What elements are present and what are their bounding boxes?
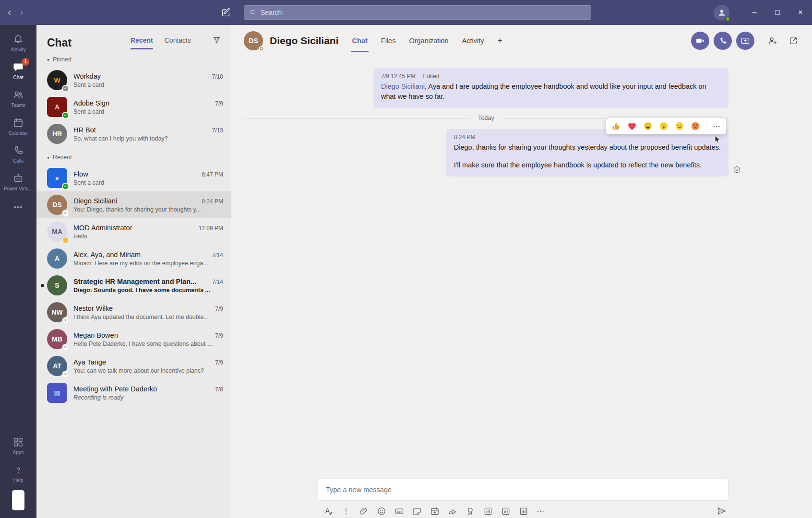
message-input[interactable] [326, 486, 720, 494]
forward-button-compose[interactable] [448, 506, 457, 516]
praise-button[interactable] [466, 506, 475, 516]
close-button[interactable]: × [789, 0, 812, 25]
chat-list-item[interactable]: » ✓ Flow 8:47 PM Sent a card [36, 165, 231, 191]
message-bubble[interactable]: 8:24 PM Diego, thanks for sharing your t… [446, 129, 728, 177]
reaction-laughing[interactable] [643, 121, 653, 131]
status-badge: × [62, 317, 69, 324]
message-bubble[interactable]: 7/9 12:45 PM Edited Diego Siciliani, Aya… [373, 68, 728, 108]
chat-list-item[interactable]: DS × Diego Siciliani 8:24 PM You: Diego,… [36, 191, 231, 218]
chat-list-item[interactable]: MB × Megan Bowen 7/9 Hello Pete Daderko,… [36, 326, 231, 353]
forward-button[interactable]: › [20, 7, 23, 18]
tab-recent[interactable]: Recent [131, 36, 153, 49]
rail-item-chat[interactable]: 1 Chat [0, 57, 36, 84]
tab-organization[interactable]: Organization [409, 25, 448, 57]
panel-title: Chat [47, 36, 72, 49]
add-tab-button[interactable]: + [498, 25, 503, 57]
reaction-angry[interactable] [690, 121, 701, 131]
rail-item-calls[interactable]: Calls [0, 140, 36, 168]
schedule-meeting-button[interactable] [430, 506, 440, 516]
chat-bubble-icon: 1 [12, 61, 24, 73]
sticker-button[interactable] [412, 506, 422, 516]
message-input-box[interactable] [318, 479, 728, 501]
reaction-more-button[interactable]: ⋯ [712, 122, 721, 131]
reaction-heart[interactable] [627, 121, 637, 131]
chat-timestamp: 7/14 [212, 279, 223, 285]
audio-call-button[interactable] [714, 32, 732, 50]
rail-item-power-virtual-agents[interactable]: Power Virtu... [0, 168, 36, 196]
emoji-icon [377, 506, 386, 516]
chat-preview: You: can we talk more about our incentiv… [73, 367, 223, 374]
gif-button[interactable]: GIF [394, 506, 404, 516]
chat-list-item[interactable]: ▦ Meeting with Pete Daderko 7/8 Recordin… [36, 379, 231, 406]
new-chat-button[interactable] [221, 7, 231, 18]
message-text: Diego, thanks for sharing your thoughts … [454, 142, 721, 153]
chat-list-item[interactable]: AT × Aya Tange 7/9 You: can we talk more… [36, 353, 231, 379]
conversation-header: DS Diego Siciliani Chat Files Organizati… [231, 25, 812, 57]
chat-list-item[interactable]: A ✓ Adobe Sign 7/9 Sent a card [36, 94, 231, 120]
attach-button[interactable] [359, 506, 369, 516]
search-input[interactable] [261, 9, 586, 16]
pop-out-button[interactable] [785, 33, 801, 49]
add-people-button[interactable] [764, 33, 781, 49]
search-bar[interactable] [244, 5, 591, 20]
chat-list-item[interactable]: S Strategic HR Management and Plan... 7/… [36, 272, 231, 299]
app-shortcut-2-button[interactable] [501, 506, 511, 516]
status-badge [62, 236, 69, 244]
mobile-device-icon[interactable] [12, 490, 24, 510]
app-shortcut-1-button[interactable] [483, 506, 493, 516]
chat-list-item[interactable]: NW × Nestor Wilke 7/9 I think Aya update… [36, 299, 231, 326]
status-badge: ✓ [62, 112, 69, 119]
teams-app: ‹ › – □ × Activity [0, 0, 812, 518]
user-avatar[interactable] [714, 5, 729, 21]
mention-link[interactable]: Diego Siciliani [381, 82, 425, 90]
reaction-picker: ⋯ [606, 118, 726, 134]
chat-timestamp: 7/9 [215, 100, 223, 107]
rail-item-apps[interactable]: Apps [0, 432, 36, 459]
back-button[interactable]: ‹ [8, 7, 11, 18]
chat-list-item[interactable]: HR HR Bot 7/13 So, what can I help you w… [36, 120, 231, 147]
filter-icon[interactable] [212, 35, 221, 49]
maximize-button[interactable]: □ [766, 0, 789, 25]
message-list: 7/9 12:45 PM Edited Diego Siciliani, Aya… [231, 57, 812, 475]
message-edited-label: Edited [423, 73, 439, 80]
pinned-section-header[interactable]: ▾ Pinned [36, 49, 231, 67]
chat-preview: So, what can I help you with today? [73, 135, 223, 142]
send-button[interactable] [716, 506, 727, 516]
chat-preview: You: Diego, thanks for sharing your thou… [73, 206, 223, 213]
compose-area: GIF ⋯ [231, 475, 812, 518]
screen-share-button[interactable] [736, 32, 754, 50]
chat-list-item[interactable]: W ✓ Workday 7/10 Sent a card [36, 67, 231, 94]
status-badge: × [62, 371, 69, 378]
reaction-sad[interactable] [674, 121, 685, 131]
tab-chat[interactable]: Chat [352, 25, 368, 57]
emoji-button[interactable] [377, 506, 386, 516]
video-call-button[interactable] [691, 32, 709, 50]
conversation-avatar[interactable]: DS [244, 31, 263, 50]
chat-timestamp: 12:09 PM [199, 225, 223, 232]
chat-name: Strategic HR Management and Plan... [73, 278, 196, 285]
chat-timestamp: 7/13 [212, 127, 223, 134]
recent-section-header[interactable]: ▾ Recent [36, 147, 231, 165]
conversation-title: Diego Siciliani [270, 35, 339, 47]
tab-contacts[interactable]: Contacts [165, 36, 191, 49]
chat-list-item[interactable]: MA MOD Administrator 12:09 PM Hello [36, 218, 231, 245]
chat-name: HR Bot [73, 126, 96, 134]
more-options-button[interactable]: ⋯ [537, 506, 544, 516]
importance-button[interactable] [341, 506, 351, 516]
rail-more-button[interactable]: ••• [0, 196, 36, 218]
format-button[interactable] [323, 506, 333, 516]
reaction-thumbs-up[interactable] [611, 121, 621, 131]
chat-preview: Recording is ready [73, 394, 223, 401]
avatar: A [47, 248, 67, 269]
chat-name: Meeting with Pete Daderko [73, 385, 157, 393]
rail-item-calendar[interactable]: Calendar [0, 112, 36, 140]
tab-activity[interactable]: Activity [462, 25, 484, 57]
tab-files[interactable]: Files [381, 25, 396, 57]
app-shortcut-3-button[interactable] [519, 506, 528, 516]
minimize-button[interactable]: – [743, 0, 766, 25]
rail-item-activity[interactable]: Activity [0, 29, 36, 57]
rail-item-teams[interactable]: Teams [0, 84, 36, 112]
reaction-surprised[interactable] [658, 121, 669, 131]
rail-item-help[interactable]: Help [0, 459, 36, 487]
chat-list-item[interactable]: A Alex, Aya, and Miriam 7/14 Miriam: Her… [36, 245, 231, 272]
